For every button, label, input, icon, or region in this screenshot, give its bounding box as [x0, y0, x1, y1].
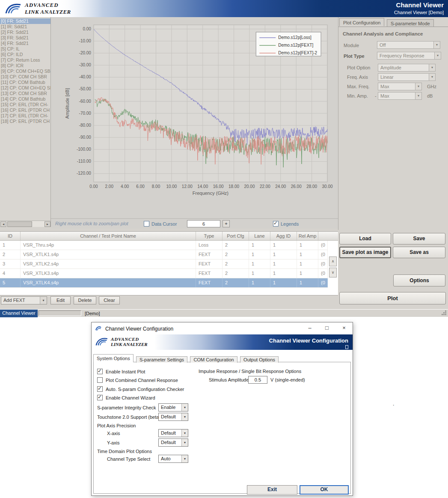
trace-list-item[interactable]: [11] CP: COM Bathtub [0, 80, 50, 85]
trace-list-item[interactable]: [2] FR: Sdd21 [0, 30, 50, 35]
col-rel-amp: Rel Amp [297, 232, 318, 240]
module-value: Off [380, 42, 386, 48]
plot-button[interactable]: Plot [339, 292, 446, 304]
delete-button[interactable]: Delete [74, 296, 96, 304]
module-dropdown[interactable]: Off ▾ [377, 41, 440, 49]
save-plot-as-image-button[interactable]: Save plot as image [339, 247, 391, 258]
statusbar-tab[interactable]: Channel Viewer [0, 310, 38, 317]
tab-output-options[interactable]: Output Options [240, 356, 279, 363]
close-icon[interactable]: × [335, 322, 353, 334]
save-as-button[interactable]: Save as [393, 247, 445, 258]
tab-s-parameter-mode[interactable]: S-parameter Mode [387, 19, 434, 27]
data-cursor-checkbox[interactable]: ✓ [144, 221, 149, 227]
dialog-titlebar[interactable]: Channel Viewer Configuration – □ × [92, 322, 353, 334]
impulse-response-options-label: Impulse Response / Single Bit Response O… [199, 369, 301, 374]
table-row[interactable]: 3 VSR_XTLK2.s4p FEXT 2 1 1 1 (0 [0, 259, 328, 269]
dialog-tabs: System Options S-parameter Settings COM … [93, 354, 279, 362]
maximize-icon[interactable]: □ [318, 322, 335, 334]
resize-grip-icon[interactable] [442, 310, 447, 316]
row-down-button[interactable]: ∨ [329, 268, 337, 277]
freq-axis-dropdown[interactable]: Linear ▾ [378, 73, 436, 81]
exit-button[interactable]: Exit [247, 485, 297, 495]
save-button[interactable]: Save [393, 233, 445, 245]
check-icon: ✓ [273, 220, 278, 226]
edit-button[interactable]: Edit [50, 296, 71, 304]
trace-list-item[interactable]: [12] CP: COM CH+EQ SBR [0, 85, 50, 91]
min-amp-prefix: - [375, 93, 377, 98]
trace-list-item[interactable]: [17] CP: ERL (TDR CH- [0, 113, 50, 119]
trace-list-item[interactable]: [15] CP: ERL (TDR CH- [0, 102, 50, 107]
trace-list-item[interactable]: [18] CP: ERL (PTDR CH [0, 119, 50, 124]
trace-list-item[interactable]: [10] CP: COM CH SBR [0, 74, 50, 80]
x-axis-dropdown[interactable]: Default ▾ [158, 429, 188, 437]
table-header: ID Channel / Test Point Name Type Port C… [0, 232, 338, 241]
sparam-integrity-check-dropdown[interactable]: Enable ▾ [158, 403, 188, 412]
touchstone-support-dropdown[interactable]: Default ▾ [158, 413, 188, 421]
tab-s-parameter-settings[interactable]: S-parameter Settings [136, 356, 187, 363]
minimize-icon[interactable]: – [301, 322, 318, 334]
trace-list-hscrollbar[interactable]: ◂ ▸ [0, 221, 51, 227]
min-amp-dropdown[interactable]: Max ▾ [378, 92, 422, 100]
tab-com-configuration[interactable]: COM Configuration [190, 356, 237, 363]
trace-list-item[interactable]: [9] CP: COM CH+EQ SBR [0, 69, 50, 74]
trace-list-item[interactable]: [8] CP: ICR [0, 63, 50, 69]
chevron-down-icon: ▾ [181, 413, 188, 420]
table-row[interactable]: 4 VSR_XTLK3.s4p FEXT 2 1 1 1 (0 [0, 269, 328, 278]
svg-text:20.00: 20.00 [244, 184, 255, 189]
plot-area[interactable]: 0.002.004.006.008.0010.0012.0014.0016.00… [51, 17, 338, 218]
plot-option-dropdown[interactable]: Amplitude ▾ [378, 64, 436, 72]
table-row[interactable]: 1 VSR_Thru.s4p Loss 2 1 1 1 (0 [0, 241, 328, 250]
tab-system-options[interactable]: System Options [93, 354, 134, 362]
options-button[interactable]: Options [393, 274, 445, 286]
trace-list-item[interactable]: [4] FR: Sdd21 [0, 41, 50, 46]
trace-list-item[interactable]: [1] IR: Sdd21 [0, 24, 50, 30]
cell-agg: 1 [270, 259, 297, 268]
trace-list-item[interactable]: [16] CP: ERL (PTDR CH [0, 107, 50, 113]
y-axis-dropdown[interactable]: Default ▾ [158, 438, 188, 447]
trace-list-item[interactable]: [0] FR: Sdd21 [0, 18, 50, 24]
check-icon: ✓ [98, 368, 102, 374]
trace-list-item[interactable]: [7] CP: Return Loss [0, 57, 50, 63]
legends-checkbox[interactable]: ✓ [273, 221, 279, 227]
row-up-button[interactable]: ∧ [329, 256, 337, 266]
cell-port: 2 [223, 241, 249, 250]
cell-agg: 1 [270, 250, 297, 259]
cell-clipped: (0 [318, 278, 328, 287]
svg-text:-110.00: -110.00 [77, 159, 92, 164]
channel-type-select-dropdown[interactable]: Auto ▾ [158, 455, 188, 463]
svg-text:Demo.s12p[Loss]: Demo.s12p[Loss] [278, 35, 312, 40]
auto-sparam-configuration-checker-checkbox[interactable]: ✓ [97, 386, 103, 392]
enable-channel-wizard-checkbox[interactable]: ✓ [97, 395, 103, 400]
dialog-app-icon [95, 325, 102, 332]
sparam-integrity-check-value: Enable [161, 405, 175, 410]
table-row-selected[interactable]: 5 VSR_XTLK4.s4p FEXT 2 1 1 1 (0 [0, 278, 328, 288]
data-cursor-input[interactable] [187, 220, 220, 227]
frequency-response-chart[interactable]: 0.002.004.006.008.0010.0012.0014.0016.00… [51, 17, 338, 218]
enable-instant-plot-checkbox[interactable]: ✓ [97, 369, 103, 374]
svg-text:-70.00: -70.00 [79, 111, 92, 116]
scrollbar-thumb[interactable] [7, 221, 32, 227]
tab-plot-configuration[interactable]: Plot Configuration [339, 18, 384, 26]
cursor-increment-button[interactable]: + [223, 220, 230, 227]
trace-list-item[interactable]: [6] CP: ILD [0, 52, 50, 57]
plot-combined-channel-response-checkbox[interactable]: ✓ [97, 377, 103, 383]
max-freq-dropdown[interactable]: Max ▾ [378, 83, 422, 90]
svg-text:-60.00: -60.00 [79, 99, 92, 104]
cell-clipped: (0 [318, 259, 328, 268]
scroll-left-icon[interactable]: ◂ [0, 221, 6, 227]
svg-text:12.00: 12.00 [182, 184, 193, 189]
clear-button[interactable]: Clear [99, 296, 120, 304]
cell-lane: 1 [249, 250, 270, 259]
trace-list-item[interactable]: [13] CP: COM CH SBR [0, 91, 50, 96]
trace-list-item[interactable]: [5] CP: IL [0, 46, 50, 52]
scroll-right-icon[interactable]: ▸ [45, 221, 50, 227]
stimulus-amplitude-input[interactable] [248, 376, 267, 384]
add-fext-combobox[interactable]: Add FEXT ▾ [1, 296, 47, 304]
load-button[interactable]: Load [339, 233, 391, 245]
trace-list-item[interactable]: [3] FR: Sdd21 [0, 35, 50, 41]
svg-text:0.00: 0.00 [83, 27, 91, 31]
trace-list-item[interactable]: [14] CP: COM Bathtub [0, 96, 50, 102]
ok-button[interactable]: OK [300, 485, 349, 495]
table-row[interactable]: 2 VSR_XTLK1.s4p FEXT 2 1 1 1 (0 [0, 250, 328, 259]
plot-type-dropdown[interactable]: Frequency Response ▾ [377, 52, 441, 60]
